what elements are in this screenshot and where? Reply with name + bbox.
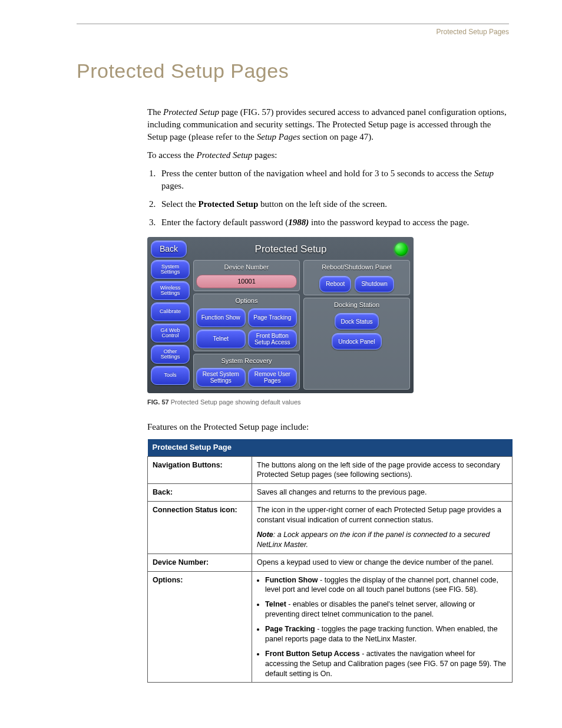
figure-caption: FIG. 57 Protected Setup page showing def… (147, 398, 509, 407)
table-header: Protected Setup Page (148, 439, 513, 456)
protected-setup-table: Protected Setup Page Navigation Buttons:… (147, 439, 513, 683)
device-number-field[interactable]: 10001 (196, 275, 297, 288)
table-row: Device Number: Opens a keypad used to vi… (148, 554, 513, 571)
table-row: Connection Status icon: The icon in the … (148, 502, 513, 554)
sidebar-g4-web-control[interactable]: G4 Web Control (151, 324, 190, 342)
row-devnum-desc: Opens a keypad used to view or change th… (252, 554, 513, 571)
reset-system-settings-button[interactable]: Reset System Settings (196, 368, 246, 387)
row-conn-desc: The icon in the upper-right corner of ea… (252, 502, 513, 554)
device-number-label: Device Number (196, 263, 297, 272)
shutdown-button[interactable]: Shutdown (355, 276, 394, 292)
running-header: Protected Setup Pages (77, 28, 509, 36)
row-options-label: Options: (148, 571, 252, 683)
step-1: Press the center button of the navigatio… (158, 167, 509, 192)
steps-list: Press the center button of the navigatio… (147, 167, 509, 229)
row-back-label: Back: (148, 484, 252, 502)
telnet-button[interactable]: Telnet (196, 330, 246, 348)
sidebar-calibrate[interactable]: Calibrate (151, 302, 190, 321)
intro-paragraph-1: The Protected Setup page (FIG. 57) provi… (147, 106, 509, 143)
docking-station-label: Docking Station (306, 301, 407, 309)
function-show-button[interactable]: Function Show (196, 308, 246, 327)
sidebar-system-settings[interactable]: System Settings (151, 260, 190, 279)
row-nav-desc: The buttons along on the left side of th… (252, 456, 513, 484)
sidebar-other-settings[interactable]: Other Settings (151, 345, 190, 364)
undock-panel-button[interactable]: Undock Panel (332, 333, 381, 350)
table-row: Navigation Buttons: The buttons along on… (148, 456, 513, 484)
dock-status-button[interactable]: Dock Status (335, 313, 379, 330)
sidebar-wireless-settings[interactable]: Wireless Settings (151, 281, 190, 300)
step-2: Select the Protected Setup button on the… (158, 198, 509, 210)
remove-user-pages-button[interactable]: Remove User Pages (248, 368, 297, 387)
protected-setup-screenshot: Back Protected Setup System Settings Wir… (147, 237, 414, 393)
reboot-shutdown-label: Reboot/Shutdown Panel (306, 263, 407, 272)
page-tracking-button[interactable]: Page Tracking (248, 308, 297, 327)
connection-status-icon (395, 243, 408, 256)
sidebar-tools[interactable]: Tools (151, 366, 190, 385)
step-3: Enter the factory default password (1988… (158, 216, 509, 229)
system-recovery-label: System Recovery (196, 357, 297, 365)
back-button[interactable]: Back (151, 241, 187, 258)
features-intro: Features on the Protected Setup page inc… (147, 421, 509, 433)
panel-title: Protected Setup (187, 242, 395, 256)
options-label: Options (196, 297, 297, 305)
page-title: Protected Setup Pages (77, 60, 509, 83)
reboot-button[interactable]: Reboot (319, 276, 351, 292)
intro-paragraph-2: To access the Protected Setup pages: (147, 149, 509, 162)
row-back-desc: Saves all changes and returns to the pre… (252, 484, 513, 502)
front-button-setup-access-button[interactable]: Front Button Setup Access (248, 330, 297, 348)
table-row: Options: Function Show - toggles the dis… (148, 571, 513, 683)
row-nav-label: Navigation Buttons: (148, 456, 252, 484)
row-devnum-label: Device Number: (148, 554, 252, 571)
row-conn-label: Connection Status icon: (148, 502, 252, 554)
row-options-desc: Function Show - toggles the display of t… (252, 571, 513, 683)
table-row: Back: Saves all changes and returns to t… (148, 484, 513, 502)
